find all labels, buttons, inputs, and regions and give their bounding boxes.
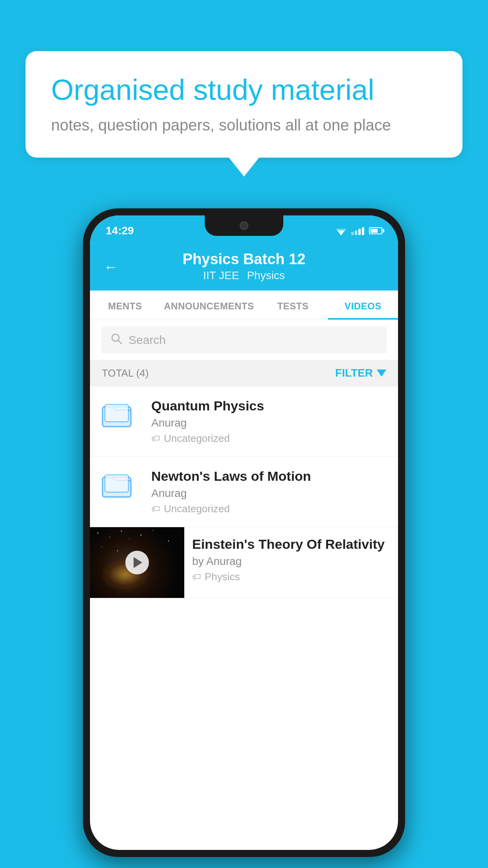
filter-button[interactable]: FILTER xyxy=(335,367,386,379)
tag-icon: 🏷 xyxy=(192,572,201,582)
header-title: Physics Batch 12 xyxy=(183,251,306,268)
video-tag: 🏷 Uncategorized xyxy=(151,432,387,445)
video-title: Newton's Laws of Motion xyxy=(151,469,387,484)
svg-point-18 xyxy=(117,550,118,552)
video-item-info: Newton's Laws of Motion Anurag 🏷 Uncateg… xyxy=(151,469,387,515)
svg-point-12 xyxy=(121,531,122,532)
search-container: Search xyxy=(90,320,398,360)
folder-icon xyxy=(101,469,140,502)
svg-point-16 xyxy=(168,541,169,542)
total-count: TOTAL (4) xyxy=(102,367,149,379)
video-author: Anurag xyxy=(151,417,387,429)
svg-point-14 xyxy=(141,535,142,536)
video-item-info: Einstein's Theory Of Relativity by Anura… xyxy=(184,527,398,592)
tab-ments[interactable]: MENTS xyxy=(90,291,160,320)
video-title: Einstein's Theory Of Relativity xyxy=(192,537,390,552)
speech-bubble-container: Organised study material notes, question… xyxy=(26,51,462,158)
tabs-container: MENTS ANNOUNCEMENTS TESTS VIDEOS xyxy=(90,291,398,320)
notch xyxy=(205,215,283,236)
tag-icon: 🏷 xyxy=(151,434,160,444)
video-title: Quantum Physics xyxy=(151,398,387,414)
search-placeholder: Search xyxy=(128,333,166,347)
video-tag: 🏷 Uncategorized xyxy=(151,503,387,515)
header-tag-physics: Physics xyxy=(247,269,284,282)
svg-point-17 xyxy=(101,546,102,547)
svg-point-15 xyxy=(152,530,153,531)
wifi-icon xyxy=(336,226,347,235)
status-icons xyxy=(336,226,382,235)
video-thumbnail xyxy=(90,527,184,598)
filter-icon xyxy=(377,370,386,377)
front-camera xyxy=(240,221,248,230)
back-button[interactable]: ← xyxy=(104,259,118,275)
phone-outer: 14:29 xyxy=(83,208,405,857)
tag-icon: 🏷 xyxy=(151,504,160,514)
list-item[interactable]: Quantum Physics Anurag 🏷 Uncategorized xyxy=(90,386,398,457)
bubble-subtitle: notes, question papers, solutions all at… xyxy=(51,116,437,134)
svg-point-13 xyxy=(129,539,130,539)
svg-rect-9 xyxy=(105,475,128,492)
tag-label: Physics xyxy=(205,571,240,583)
tab-tests[interactable]: TESTS xyxy=(258,291,328,320)
signal-icon xyxy=(351,226,364,235)
battery-icon xyxy=(369,227,382,234)
svg-point-10 xyxy=(97,533,99,534)
svg-line-5 xyxy=(118,340,121,344)
video-tag: 🏷 Physics xyxy=(192,571,390,583)
list-item[interactable]: Newton's Laws of Motion Anurag 🏷 Uncateg… xyxy=(90,457,398,527)
search-icon xyxy=(110,333,122,347)
video-author: by Anurag xyxy=(192,555,390,568)
svg-rect-7 xyxy=(105,405,128,422)
phone-screen: 14:29 xyxy=(90,215,398,850)
search-bar[interactable]: Search xyxy=(101,326,387,353)
video-list: Quantum Physics Anurag 🏷 Uncategorized xyxy=(90,386,398,598)
status-time: 14:29 xyxy=(106,224,134,237)
header-tag-iitjee: IIT JEE xyxy=(203,269,239,282)
phone-mockup: 14:29 xyxy=(83,208,405,857)
bubble-title: Organised study material xyxy=(51,73,437,108)
filter-bar: TOTAL (4) FILTER xyxy=(90,360,398,386)
speech-bubble: Organised study material notes, question… xyxy=(26,51,462,158)
play-icon xyxy=(134,557,142,568)
play-button[interactable] xyxy=(125,551,149,574)
app-background: Organised study material notes, question… xyxy=(0,0,488,868)
folder-icon xyxy=(101,398,140,431)
svg-point-11 xyxy=(109,537,110,537)
tab-announcements[interactable]: ANNOUNCEMENTS xyxy=(160,291,258,320)
video-item-info: Quantum Physics Anurag 🏷 Uncategorized xyxy=(151,398,387,445)
tab-videos[interactable]: VIDEOS xyxy=(328,291,398,320)
filter-label: FILTER xyxy=(335,367,373,379)
tag-label: Uncategorized xyxy=(164,503,230,515)
list-item[interactable]: Einstein's Theory Of Relativity by Anura… xyxy=(90,527,398,598)
app-header: ← Physics Batch 12 IIT JEE Physics xyxy=(90,243,398,291)
header-subtitle: IIT JEE Physics xyxy=(203,269,285,282)
video-author: Anurag xyxy=(151,487,387,500)
tag-label: Uncategorized xyxy=(164,432,230,445)
